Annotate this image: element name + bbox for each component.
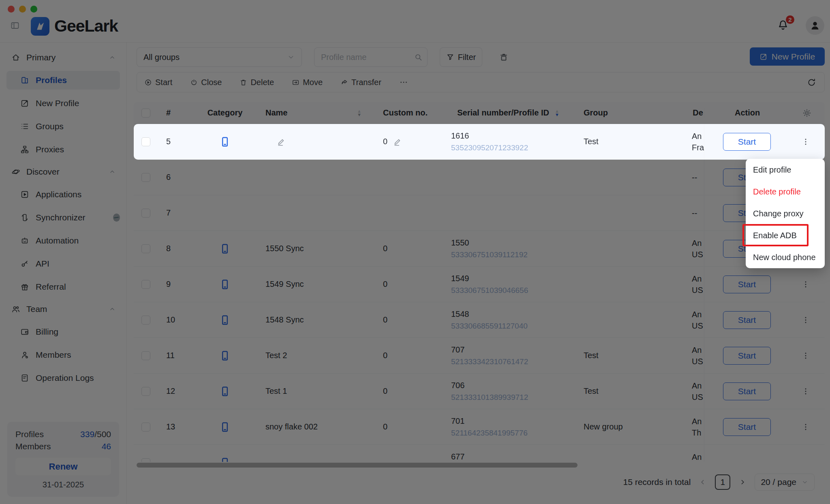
sidebar-item-referral[interactable]: Referral (6, 278, 120, 296)
new-profile-button[interactable]: New Profile (750, 47, 825, 66)
filter-button[interactable]: Filter (440, 47, 482, 67)
page-size-select[interactable]: 20 / page (755, 474, 815, 491)
menu-item-delete-profile[interactable]: Delete profile (746, 181, 825, 203)
row-checkbox[interactable] (141, 280, 150, 289)
edit-name-icon[interactable] (277, 137, 286, 146)
row-checkbox[interactable] (141, 351, 150, 360)
start-button[interactable]: Start (723, 133, 771, 151)
row-more-actions-icon[interactable] (801, 351, 810, 360)
toolbar-close[interactable]: Close (190, 78, 222, 87)
close-window-button[interactable] (8, 6, 15, 13)
profiles-usage-label: Profiles (15, 428, 44, 440)
horizontal-scrollbar[interactable] (134, 462, 825, 468)
start-button[interactable]: Start (723, 311, 771, 329)
sidebar-item-proxies[interactable]: Proxies (6, 140, 120, 159)
row-checkbox[interactable] (141, 316, 150, 325)
table-row[interactable]: 13 snoy flake 002 0 701 5211642358419957… (134, 409, 825, 445)
sidebar-section-toggle-team[interactable]: Team (6, 301, 120, 318)
serial-number: 1550 (451, 237, 469, 249)
profiles-icon (20, 76, 29, 85)
refresh-icon[interactable] (807, 78, 816, 87)
row-checkbox[interactable] (141, 244, 150, 253)
start-button[interactable]: Start (723, 347, 771, 365)
row-checkbox[interactable] (141, 387, 150, 396)
row-more-actions-icon[interactable] (801, 316, 810, 325)
table-row[interactable]: 7 -- Start (134, 195, 825, 231)
sidebar-item-applications[interactable]: Applications (6, 185, 120, 204)
name-sort-icon[interactable]: ▲▼ (357, 109, 362, 117)
group-select[interactable]: All groups (137, 47, 302, 67)
main-content: All groups Filter New Profile Start Clos… (127, 43, 830, 504)
row-checkbox[interactable] (141, 423, 150, 431)
row-more-actions-icon[interactable] (801, 423, 810, 431)
zoom-window-button[interactable] (30, 6, 37, 13)
table-row[interactable]: 9 1549 Sync 0 1549 533306751039046656 An… (134, 267, 825, 302)
renew-button[interactable]: Renew (15, 458, 111, 475)
minimize-window-button[interactable] (19, 6, 26, 13)
menu-item-edit-profile[interactable]: Edit profile (746, 159, 825, 181)
sidebar-item-new-profile[interactable]: New Profile (6, 94, 120, 113)
serial-cell: 1549 533306751039046656 (442, 267, 565, 302)
search-icon[interactable] (414, 53, 423, 62)
prev-page-icon[interactable] (699, 478, 707, 486)
sidebar-item-groups[interactable]: Groups (6, 117, 120, 136)
avatar[interactable] (806, 16, 824, 35)
sidebar-section-toggle-discover[interactable]: Discover (6, 163, 120, 180)
sidebar-item-profiles[interactable]: Profiles (6, 71, 120, 90)
table-row[interactable]: 8 1550 Sync 0 1550 533306751039112192 An… (134, 231, 825, 267)
notifications-button[interactable]: 2 (777, 19, 790, 32)
chevron-down-icon (801, 478, 809, 486)
row-more-actions-icon[interactable] (801, 137, 810, 146)
sidebar-item-automation[interactable]: Automation (6, 231, 120, 250)
edit-custom-no-icon[interactable] (393, 137, 402, 146)
bulk-actions-toolbar: Start Close Delete Move Transfer (137, 72, 825, 92)
serial-number: 677 (451, 451, 464, 462)
row-more-actions-icon[interactable] (801, 387, 810, 396)
clear-filter-icon[interactable] (498, 52, 509, 62)
brand-name: GeeLark (54, 17, 118, 36)
toolbar-transfer[interactable]: Transfer (340, 78, 381, 87)
sidebar-section-toggle-primary[interactable]: Primary (6, 49, 120, 66)
sidebar-item-operation-logs[interactable]: Operation Logs (6, 369, 120, 387)
cloud-phone-icon (219, 135, 231, 149)
filter-button-label: Filter (458, 53, 476, 62)
sidebar-toggle-icon[interactable] (10, 21, 20, 30)
next-page-icon[interactable] (738, 478, 747, 486)
start-button[interactable]: Start (723, 275, 771, 293)
sidebar-item-billing[interactable]: Billing (6, 322, 120, 341)
row-checkbox[interactable] (141, 173, 150, 182)
row-checkbox[interactable] (141, 209, 150, 218)
table-row[interactable]: 5 0 1616 535230952071233922 Test AnFra S… (134, 124, 825, 160)
menu-item-new-cloud-phone[interactable]: New cloud phone (746, 246, 825, 268)
sidebar-item-synchronizer[interactable]: Synchronizer (6, 208, 120, 227)
gear-icon[interactable] (802, 108, 812, 118)
current-page[interactable]: 1 (715, 474, 730, 490)
row-checkbox[interactable] (141, 137, 150, 146)
sidebar-item-api[interactable]: API (6, 254, 120, 273)
menu-item-change-proxy[interactable]: Change proxy (746, 203, 825, 224)
toolbar-delete[interactable]: Delete (240, 78, 274, 87)
table-row[interactable]: 12 Test 1 0 706 521333101389939712 Test … (134, 374, 825, 409)
sidebar-section-primary: Primary Profiles New Profile Groups Pro (6, 49, 120, 159)
toolbar-start[interactable]: Start (144, 78, 172, 87)
start-button[interactable]: Start (723, 382, 771, 400)
toolbar-move[interactable]: Move (292, 78, 323, 87)
more-actions-icon[interactable] (399, 78, 408, 87)
table-row[interactable]: 11 Test 2 0 707 521333342310761472 Test … (134, 338, 825, 374)
table-row[interactable]: 6 -- Start (134, 160, 825, 195)
menu-item-enable-adb[interactable]: Enable ADB (746, 224, 825, 246)
table-row[interactable]: 677 An (134, 445, 825, 462)
serial-number: 707 (451, 344, 464, 356)
sidebar-item-members[interactable]: Members (6, 346, 120, 364)
start-button[interactable]: Start (723, 418, 771, 436)
scrollbar-thumb[interactable] (137, 463, 578, 468)
serial-sort-icon[interactable]: ▲▼ (555, 109, 559, 117)
row-more-actions-icon[interactable] (801, 280, 810, 289)
table-row[interactable]: 10 1548 Sync 0 1548 533306685591127040 A… (134, 302, 825, 338)
serial-number: 701 (451, 415, 464, 427)
row-checkbox[interactable] (141, 458, 150, 462)
action-cell: Start (704, 302, 825, 337)
select-all-checkbox[interactable] (141, 109, 150, 117)
group-cell (565, 195, 685, 231)
profile-name-input[interactable] (314, 47, 428, 67)
